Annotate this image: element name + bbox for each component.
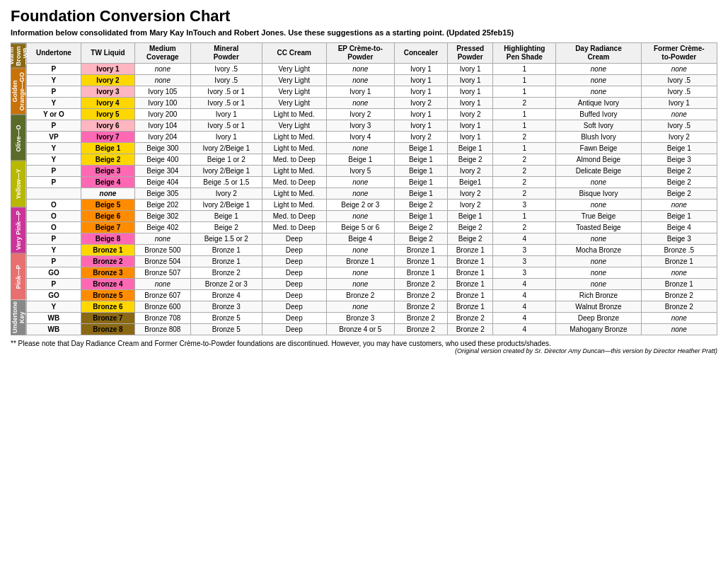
cell-mineral: Ivory .5 [191,64,262,75]
cell-cc: Med. to Deep [262,211,326,222]
cell-pressed: Ivory 1 [448,75,493,86]
cell-tw-liquid: Beige 4 [81,177,134,188]
cell-tw-liquid: Beige 1 [81,143,134,154]
cell-undertone: P [26,86,81,98]
cell-former: none [641,267,717,279]
cell-day-radiance: none [556,64,641,75]
table-row: WBBronze 8Bronze 808Bronze 5DeepBronze 4… [26,324,717,335]
cell-cc: Deep [262,267,326,279]
cell-tw-liquid: Beige 6 [81,211,134,222]
cell-highlighting: 2 [493,166,556,177]
cell-ep: Beige 1 [326,154,394,166]
cell-highlighting: 4 [493,233,556,245]
cell-ep: Beige 4 [326,233,394,245]
cell-day-radiance: Deep Bronze [556,313,641,324]
cell-medium: Bronze 607 [134,290,190,301]
cell-concealer: Beige 1 [394,143,447,154]
cell-pressed: Bronze 2 [448,324,493,335]
cell-medium: none [134,75,190,86]
cell-concealer: Bronze 1 [394,267,447,279]
table-row: PBronze 4noneBronze 2 or 3DeepnoneBronze… [26,279,717,290]
table-row: YBronze 1Bronze 500Bronze 1DeepnoneBronz… [26,245,717,256]
cell-former: Ivory 2 [641,132,717,143]
col-undertone: Undertone [26,43,81,64]
cell-pressed: Bronze 1 [448,267,493,279]
cell-highlighting: 3 [493,200,556,211]
cell-ep: Ivory 4 [326,132,394,143]
cell-medium: Beige 304 [134,166,190,177]
cell-medium: Ivory 200 [134,109,190,120]
cell-tw-liquid: Bronze 8 [81,324,134,335]
cell-undertone: P [26,256,81,267]
cell-mineral: Beige 1 [191,211,262,222]
cell-concealer: Beige 2 [394,233,447,245]
cell-medium: none [134,233,190,245]
cell-mineral: Bronze 4 [191,290,262,301]
table-row: YIvory 4Ivory 100Ivory .5 or 1Very Light… [26,98,717,109]
cell-mineral: Ivory .5 or 1 [191,98,262,109]
cell-concealer: Bronze 1 [394,256,447,267]
cell-ep: Bronze 4 or 5 [326,324,394,335]
cell-former: Ivory .5 [641,86,717,98]
cell-concealer: Ivory 1 [394,75,447,86]
cell-ep: none [326,75,394,86]
cell-medium: Ivory 204 [134,132,190,143]
cell-ep: Bronze 2 [326,290,394,301]
table-row: OBeige 5Beige 202Ivory 2/Beige 1Light to… [26,200,717,211]
cell-concealer: Ivory 1 [394,86,447,98]
cell-highlighting: 2 [493,132,556,143]
cell-concealer: Ivory 2 [394,98,447,109]
cell-tw-liquid: Bronze 5 [81,290,134,301]
cell-concealer: Bronze 2 [394,279,447,290]
cell-cc: Deep [262,290,326,301]
cell-tw-liquid: Bronze 4 [81,279,134,290]
cell-ep: Bronze 3 [326,313,394,324]
cell-undertone: Y or O [26,109,81,120]
cell-highlighting: 1 [493,143,556,154]
cell-concealer: Beige 1 [394,166,447,177]
cell-cc: Light to Med. [262,143,326,154]
footer: ** Please note that Day Radiance Cream a… [11,340,717,354]
cell-concealer: Beige 1 [394,177,447,188]
col-min: MineralPowder [191,43,262,64]
cell-concealer: Ivory 1 [394,109,447,120]
cell-mineral: Bronze 3 [191,301,262,313]
cell-concealer: Bronze 2 [394,324,447,335]
cell-medium: Ivory 100 [134,98,190,109]
table-row: PBeige 8noneBeige 1.5 or 2DeepBeige 4Bei… [26,233,717,245]
col-ep: EP Crème-to-Powder [326,43,394,64]
cell-tw-liquid: none [81,188,134,200]
table-row: OBeige 7Beige 402Beige 2Med. to DeepBeig… [26,222,717,233]
col-pressed: PressedPowder [448,43,493,64]
side-labels: Warm Brown—WB Golden Orange—GO Olive—O Y… [11,42,26,335]
cell-medium: Beige 302 [134,211,190,222]
cell-former: none [641,313,717,324]
cell-tw-liquid: Ivory 4 [81,98,134,109]
cell-concealer: Bronze 2 [394,290,447,301]
cell-cc: Very Light [262,64,326,75]
cell-mineral: Ivory 2/Beige 1 [191,166,262,177]
cell-former: Beige 4 [641,222,717,233]
cell-medium: Bronze 600 [134,301,190,313]
cell-tw-liquid: Ivory 2 [81,75,134,86]
cell-ep: none [326,177,394,188]
cell-pressed: Ivory 1 [448,64,493,75]
side-label-pink: Pink—P [11,253,26,300]
cell-undertone: O [26,200,81,211]
side-label-yellow: Yellow—Y [11,161,26,207]
cell-cc: Light to Med. [262,132,326,143]
cell-highlighting: 3 [493,267,556,279]
cell-pressed: Beige1 [448,177,493,188]
cell-concealer: Beige 2 [394,222,447,233]
cell-former: Ivory .5 [641,120,717,132]
cell-undertone: Y [26,143,81,154]
cell-former: none [641,324,717,335]
cell-cc: Deep [262,301,326,313]
cell-highlighting: 1 [493,75,556,86]
cell-pressed: Beige 1 [448,143,493,154]
cell-undertone: Y [26,245,81,256]
cell-ep: none [326,245,394,256]
cell-former: Beige 3 [641,154,717,166]
cell-undertone: P [26,120,81,132]
cell-former: none [641,64,717,75]
